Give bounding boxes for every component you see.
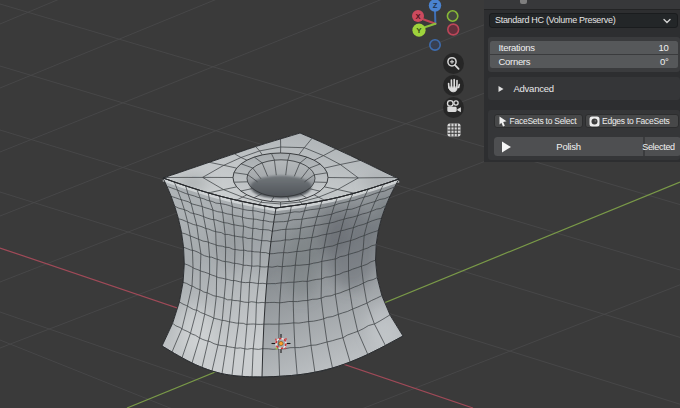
svg-text:Y: Y [416,26,422,35]
svg-text:X: X [415,12,420,21]
svg-text:Z: Z [433,1,438,10]
